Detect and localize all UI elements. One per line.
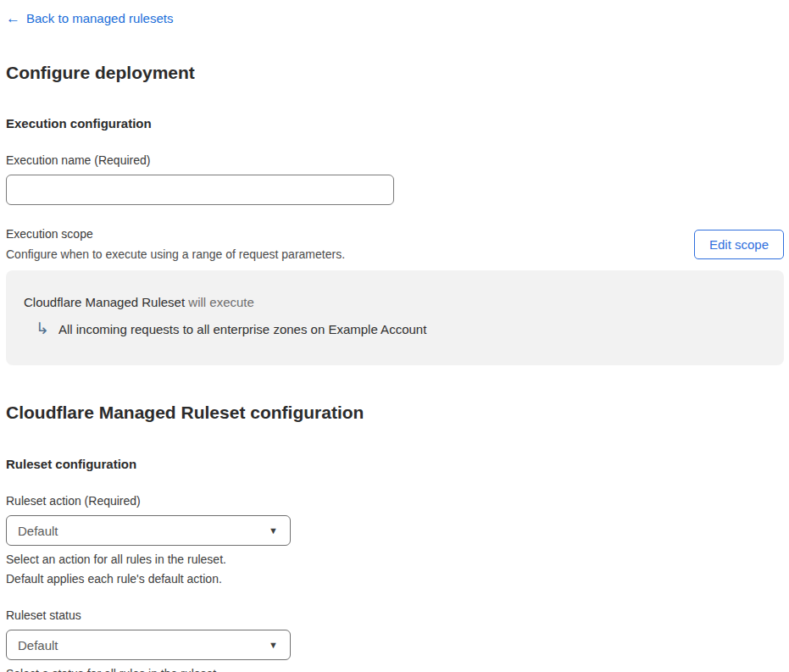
will-execute-text: will execute bbox=[185, 295, 254, 309]
ruleset-configuration-title: Cloudflare Managed Ruleset configuration bbox=[6, 402, 784, 423]
execution-name-input[interactable] bbox=[6, 175, 394, 205]
ruleset-status-selected-value: Default bbox=[18, 638, 58, 653]
ruleset-action-help-1: Select an action for all rules in the ru… bbox=[6, 553, 784, 566]
ruleset-action-selected-value: Default bbox=[18, 524, 58, 538]
execution-scope-row: Execution scope Configure when to execut… bbox=[6, 227, 784, 261]
ruleset-status-select[interactable]: Default ▼ bbox=[6, 630, 291, 660]
execution-scope-text-block: Execution scope Configure when to execut… bbox=[6, 227, 345, 261]
page-title: Configure deployment bbox=[6, 62, 784, 83]
ruleset-status-help: Select a status for all rules in the rul… bbox=[6, 667, 784, 672]
edit-scope-button[interactable]: Edit scope bbox=[694, 230, 784, 259]
configure-deployment-page: ← Back to managed rulesets Configure dep… bbox=[0, 0, 789, 672]
scope-summary-box: Cloudflare Managed Ruleset will execute … bbox=[6, 270, 784, 365]
scope-detail-text: All incoming requests to all enterprise … bbox=[58, 321, 426, 338]
ruleset-status-label: Ruleset status bbox=[6, 608, 784, 622]
back-arrow-icon: ← bbox=[6, 11, 20, 26]
ruleset-configuration-subheading: Ruleset configuration bbox=[6, 457, 784, 472]
scope-detail-line: ↳ All incoming requests to all enterpris… bbox=[36, 321, 767, 338]
chevron-down-icon: ▼ bbox=[269, 525, 278, 536]
execution-scope-label: Execution scope bbox=[6, 227, 345, 241]
ruleset-action-select[interactable]: Default ▼ bbox=[6, 515, 291, 546]
back-to-managed-rulesets-link[interactable]: ← Back to managed rulesets bbox=[6, 10, 173, 27]
ruleset-action-help-2: Default applies each rule's default acti… bbox=[6, 572, 784, 586]
ruleset-action-label: Ruleset action (Required) bbox=[6, 494, 784, 508]
scope-summary-line: Cloudflare Managed Ruleset will execute bbox=[24, 294, 767, 310]
execution-name-label: Execution name (Required) bbox=[6, 153, 784, 167]
chevron-down-icon: ▼ bbox=[269, 640, 278, 650]
ruleset-name-text: Cloudflare Managed Ruleset bbox=[24, 295, 185, 309]
execution-scope-description: Configure when to execute using a range … bbox=[6, 247, 345, 261]
back-link-label: Back to managed rulesets bbox=[26, 10, 173, 27]
elbow-arrow-icon: ↳ bbox=[36, 320, 49, 336]
execution-configuration-heading: Execution configuration bbox=[6, 116, 784, 131]
